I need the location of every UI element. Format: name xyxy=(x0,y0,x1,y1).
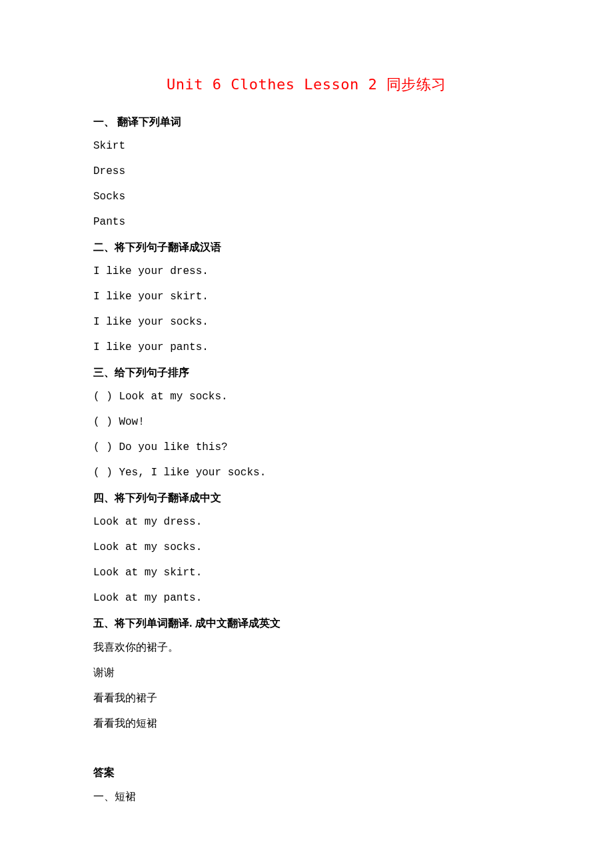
sentence-item: I like your dress. xyxy=(93,263,520,279)
section-2-heading: 二、将下列句子翻译成汉语 xyxy=(93,239,520,255)
translation-item: 看看我的短裙 xyxy=(93,715,520,731)
word-item: Socks xyxy=(93,189,520,205)
sentence-item: Look at my dress. xyxy=(93,514,520,530)
section-5-heading: 五、将下列单词翻译. 成中文翻译成英文 xyxy=(93,615,520,631)
word-item: Pants xyxy=(93,214,520,230)
sentence-item: I like your socks. xyxy=(93,314,520,330)
answers-heading: 答案 xyxy=(93,765,520,781)
sentence-item: Look at my socks. xyxy=(93,539,520,555)
sentence-item: Look at my pants. xyxy=(93,590,520,606)
word-item: Dress xyxy=(93,163,520,179)
document-page: Unit 6 Clothes Lesson 2 同步练习 一、 翻译下列单词 S… xyxy=(0,0,613,868)
translation-item: 谢谢 xyxy=(93,665,520,681)
spacer xyxy=(93,741,520,758)
ordering-item: ( ) Wow! xyxy=(93,414,520,430)
translation-item: 我喜欢你的裙子。 xyxy=(93,639,520,655)
sentence-item: I like your pants. xyxy=(93,339,520,355)
word-item: Skirt xyxy=(93,138,520,154)
ordering-item: ( ) Yes, I like your socks. xyxy=(93,465,520,481)
ordering-item: ( ) Do you like this? xyxy=(93,439,520,455)
section-3-heading: 三、给下列句子排序 xyxy=(93,365,520,381)
ordering-item: ( ) Look at my socks. xyxy=(93,389,520,405)
sentence-item: Look at my skirt. xyxy=(93,565,520,581)
answer-item: 一、短裙 xyxy=(93,789,520,805)
section-4-heading: 四、将下列句子翻译成中文 xyxy=(93,490,520,506)
sentence-item: I like your skirt. xyxy=(93,289,520,305)
translation-item: 看看我的裙子 xyxy=(93,690,520,706)
section-1-heading: 一、 翻译下列单词 xyxy=(93,114,520,130)
document-title: Unit 6 Clothes Lesson 2 同步练习 xyxy=(93,73,520,95)
